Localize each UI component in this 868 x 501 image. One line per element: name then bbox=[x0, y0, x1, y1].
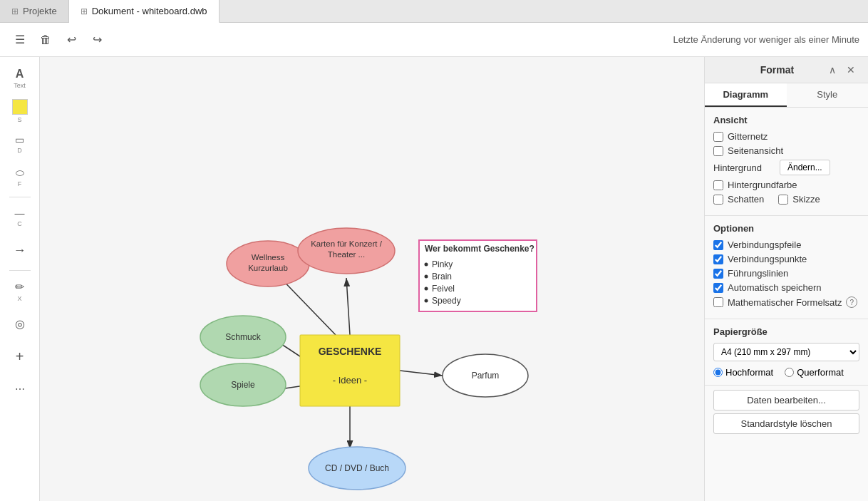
sticky-icon bbox=[12, 99, 28, 115]
pen-icon: ✏ bbox=[15, 280, 24, 294]
schatten-checkbox[interactable] bbox=[713, 195, 723, 205]
automatisch-speichern-row: Automatisch speichern bbox=[713, 282, 859, 293]
tool-sticky[interactable]: S bbox=[4, 95, 36, 127]
svg-line-4 bbox=[400, 371, 443, 376]
skizze-checkbox[interactable] bbox=[778, 195, 788, 205]
tab-diagramm[interactable]: Diagramm bbox=[705, 83, 787, 107]
svg-point-30 bbox=[425, 287, 428, 291]
tab-projekte[interactable]: ⊞ Projekte bbox=[0, 0, 69, 22]
tab-style[interactable]: Style bbox=[787, 83, 869, 107]
tool-shape[interactable]: ◎ bbox=[4, 308, 36, 339]
svg-text:Feivel: Feivel bbox=[432, 284, 455, 294]
automatisch-speichern-checkbox[interactable] bbox=[713, 283, 723, 293]
projekte-icon: ⊞ bbox=[11, 6, 19, 16]
ansicht-section: Ansicht Gitternetz Seitenansicht Hinterg… bbox=[705, 108, 868, 216]
tool-arrow[interactable]: → bbox=[4, 234, 36, 266]
tool-text[interactable]: A Text bbox=[4, 63, 36, 94]
verbindungspfeile-checkbox[interactable] bbox=[713, 240, 723, 250]
tool-rect[interactable]: ▭ D bbox=[4, 128, 36, 160]
line-icon: — bbox=[15, 207, 25, 219]
undo-button[interactable]: ↩ bbox=[60, 29, 83, 51]
hintergrundfarbe-label[interactable]: Hintergrundfarbe bbox=[728, 180, 797, 190]
hintergrund-row: Hintergrund Ändern... bbox=[713, 160, 859, 175]
gitternetz-row: Gitternetz bbox=[713, 131, 859, 142]
hintergrund-label: Hintergrund bbox=[713, 162, 774, 173]
panel-close-button[interactable]: ✕ bbox=[842, 61, 859, 78]
dokument-icon: ⊞ bbox=[81, 6, 88, 16]
svg-text:GESCHENKE: GESCHENKE bbox=[319, 346, 382, 357]
main-area: A Text S ▭ D ⬭ F — C → ✏ X ◎ bbox=[0, 57, 868, 501]
svg-point-26 bbox=[425, 263, 428, 267]
fuehrungslinien-row: Führungslinien bbox=[713, 268, 859, 279]
panel-tabs: Diagramm Style bbox=[705, 83, 868, 108]
hochformat-radio[interactable] bbox=[713, 368, 723, 377]
tool-add[interactable]: + bbox=[4, 341, 36, 372]
formelsatz-row: Mathematischer Formelsatz ? bbox=[713, 296, 859, 308]
querformat-radio[interactable] bbox=[785, 368, 794, 377]
diagram-svg: GESCHENKE - Ideen - Wellness Kurzurlaub … bbox=[40, 57, 704, 501]
daten-bearbeiten-button[interactable]: Daten bearbeiten... bbox=[713, 390, 859, 410]
querformat-text: Querformat bbox=[797, 367, 844, 378]
svg-text:Spiele: Spiele bbox=[231, 380, 255, 390]
canvas-area[interactable]: GESCHENKE - Ideen - Wellness Kurzurlaub … bbox=[40, 57, 704, 501]
help-icon[interactable]: ? bbox=[846, 296, 857, 308]
tab-projekte-label: Projekte bbox=[23, 6, 57, 16]
standardstyle-loeschen-button[interactable]: Standardstyle löschen bbox=[713, 413, 859, 434]
seitenansicht-row: Seitenansicht bbox=[713, 145, 859, 156]
tool-more[interactable]: ⋯ bbox=[4, 373, 36, 405]
hochformat-label[interactable]: Hochformat bbox=[713, 367, 773, 378]
left-toolbar: A Text S ▭ D ⬭ F — C → ✏ X ◎ bbox=[0, 57, 40, 501]
divider-2 bbox=[9, 270, 31, 271]
ellipse-icon: ⬭ bbox=[16, 167, 24, 179]
svg-text:Brain: Brain bbox=[432, 272, 452, 282]
ansicht-title: Ansicht bbox=[713, 115, 859, 125]
more-icon: ⋯ bbox=[15, 383, 25, 395]
seitenansicht-label[interactable]: Seitenansicht bbox=[728, 145, 783, 156]
fuehrungslinien-label[interactable]: Führungslinien bbox=[728, 268, 788, 279]
menu-button[interactable]: ☰ bbox=[9, 29, 31, 51]
format-panel: Format ∧ ✕ Diagramm Style Ansicht Gitter… bbox=[704, 57, 868, 501]
tool-ellipse[interactable]: ⬭ F bbox=[4, 161, 36, 192]
papiergroesse-section: Papiergröße A4 (210 mm x 297 mm) A3 (297… bbox=[705, 319, 868, 386]
formelsatz-checkbox[interactable] bbox=[713, 297, 723, 307]
text-icon: A bbox=[16, 68, 24, 81]
tool-pen[interactable]: ✏ X bbox=[4, 275, 36, 306]
verbindungspfeile-row: Verbindungspfeile bbox=[713, 239, 859, 250]
skizze-label[interactable]: Skizze bbox=[792, 194, 820, 205]
divider-1 bbox=[9, 197, 31, 197]
svg-text:Kurzurlaub: Kurzurlaub bbox=[248, 264, 288, 272]
svg-text:Wer bekommt Geschenke?: Wer bekommt Geschenke? bbox=[425, 244, 534, 254]
seitenansicht-checkbox[interactable] bbox=[713, 146, 723, 156]
schatten-label[interactable]: Schatten bbox=[728, 194, 764, 205]
optionen-title: Optionen bbox=[713, 223, 859, 234]
gitternetz-checkbox[interactable] bbox=[713, 132, 723, 142]
fuehrungslinien-checkbox[interactable] bbox=[713, 269, 723, 279]
hintergrund-aendern-button[interactable]: Ändern... bbox=[780, 160, 830, 175]
panel-title: Format bbox=[730, 64, 824, 76]
hochformat-text: Hochformat bbox=[725, 367, 773, 378]
svg-text:Theater ...: Theater ... bbox=[328, 250, 365, 259]
svg-text:Speedy: Speedy bbox=[432, 296, 461, 306]
paper-size-select[interactable]: A4 (210 mm x 297 mm) A3 (297 mm x 420 mm… bbox=[713, 343, 859, 361]
verbindungspfeile-label[interactable]: Verbindungspfeile bbox=[728, 239, 801, 250]
schatten-row: Schatten bbox=[713, 194, 764, 205]
delete-button[interactable]: 🗑 bbox=[34, 29, 57, 51]
svg-point-32 bbox=[425, 299, 428, 303]
redo-button[interactable]: ↪ bbox=[86, 29, 108, 51]
verbindungspunkte-checkbox[interactable] bbox=[713, 254, 723, 264]
panel-collapse-button[interactable]: ∧ bbox=[824, 61, 841, 78]
panel-header: Format ∧ ✕ bbox=[705, 57, 868, 83]
automatisch-speichern-label[interactable]: Automatisch speichern bbox=[728, 282, 822, 293]
svg-text:CD / DVD / Buch: CD / DVD / Buch bbox=[325, 463, 389, 473]
hintergrundfarbe-checkbox[interactable] bbox=[713, 180, 723, 190]
tool-line[interactable]: — C bbox=[4, 202, 36, 233]
gitternetz-label[interactable]: Gitternetz bbox=[728, 131, 768, 142]
toolbar: ☰ 🗑 ↩ ↪ Letzte Änderung vor weniger als … bbox=[0, 23, 868, 57]
svg-text:- Ideen -: - Ideen - bbox=[333, 375, 367, 386]
svg-text:Parfum: Parfum bbox=[472, 371, 500, 381]
querformat-label[interactable]: Querformat bbox=[785, 367, 844, 378]
formelsatz-label[interactable]: Mathematischer Formelsatz bbox=[728, 297, 842, 308]
rect-icon: ▭ bbox=[15, 134, 24, 145]
tab-dokument[interactable]: ⊞ Dokument - whiteboard.dwb bbox=[69, 0, 219, 23]
verbindungspunkte-label[interactable]: Verbindungspunkte bbox=[728, 254, 807, 264]
